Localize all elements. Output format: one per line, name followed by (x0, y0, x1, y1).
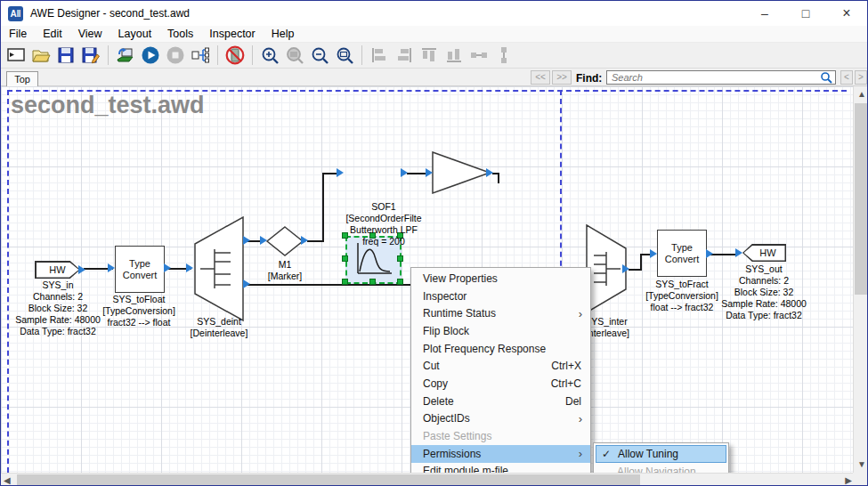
vertical-scrollbar[interactable]: ▲ ▼ (853, 86, 867, 473)
output-pin[interactable] (243, 236, 250, 245)
disconnect-server-icon[interactable] (223, 44, 247, 67)
input-pin[interactable] (426, 168, 433, 177)
submenu-item-allow-tuning[interactable]: ✓Allow Tuning (596, 445, 726, 463)
distribute-horizontal-icon[interactable] (466, 44, 491, 67)
menu-item-flip-block[interactable]: Flip Block (411, 322, 590, 340)
menu-item-paste-settings: Paste Settings (411, 427, 590, 445)
toolbar (1, 43, 867, 69)
selection-handle[interactable] (397, 255, 403, 262)
input-pin[interactable] (186, 263, 193, 272)
zoom-in-icon[interactable] (257, 44, 282, 67)
window-title: AWE Designer - second_test.awd (30, 7, 190, 20)
scroll-down-icon[interactable]: ▼ (857, 458, 866, 471)
menu-layout[interactable]: Layout (110, 26, 160, 42)
scroll-right-icon[interactable]: ▶ (845, 474, 852, 486)
wire (498, 173, 499, 183)
input-pin[interactable] (260, 236, 267, 245)
zoom-fit-icon[interactable] (282, 44, 307, 67)
zoom-out-icon[interactable] (307, 44, 332, 67)
menu-file[interactable]: File (1, 26, 35, 42)
menu-item-inspector[interactable]: Inspector (411, 288, 590, 305)
zoom-selection-icon[interactable] (332, 44, 357, 67)
context-menu: View Properties Inspector Runtime Status… (410, 267, 591, 473)
vertical-scroll-thumb[interactable] (855, 103, 867, 295)
find-next-button[interactable]: > (855, 70, 867, 85)
block-sys-out[interactable]: HW (742, 244, 786, 262)
find-prev-button[interactable]: < (840, 70, 853, 85)
propagate-changes-icon[interactable] (188, 44, 213, 67)
permissions-submenu: ✓Allow Tuning Allow Navigation (593, 442, 729, 473)
menu-help[interactable]: Help (264, 26, 303, 42)
input-pin[interactable] (735, 248, 742, 257)
menu-edit[interactable]: Edit (35, 26, 70, 42)
find-next-all-button[interactable]: >> (552, 70, 572, 85)
block-caption-m1: M1[Marker] (231, 259, 338, 282)
block-scaler[interactable] (431, 150, 491, 195)
block-sys-in[interactable]: HW (35, 261, 80, 279)
input-pin[interactable] (650, 249, 657, 258)
align-left-icon[interactable] (367, 44, 392, 67)
maximize-button[interactable]: □ (785, 1, 826, 26)
horizontal-scrollbar[interactable]: ◀ ▶ (1, 473, 855, 486)
save-icon[interactable] (53, 44, 78, 67)
open-file-icon[interactable] (28, 44, 53, 67)
menu-item-edit-module-m-file[interactable]: Edit module m-file (411, 463, 590, 473)
menu-view[interactable]: View (70, 26, 110, 42)
submenu-arrow-icon: › (579, 412, 582, 425)
selection-handle[interactable] (342, 255, 348, 262)
find-label: Find: (576, 72, 602, 85)
find-prev-all-button[interactable]: << (531, 70, 550, 85)
block-shape-label: HW (759, 247, 775, 258)
menu-tools[interactable]: Tools (159, 26, 201, 42)
app-logo-icon: A‖ (8, 6, 23, 21)
align-bottom-icon[interactable] (442, 44, 466, 67)
block-sys-inter[interactable] (585, 223, 628, 314)
align-top-icon[interactable] (417, 44, 442, 67)
output-pin[interactable] (706, 249, 713, 258)
stop-icon[interactable] (163, 44, 188, 67)
output-pin[interactable] (78, 265, 85, 274)
block-m1[interactable] (265, 225, 304, 257)
wire (640, 254, 642, 271)
menu-item-runtime-status[interactable]: Runtime Status› (411, 304, 590, 322)
save-as-icon[interactable] (78, 44, 103, 67)
block-caption-sys-deint: SYS_deint[Deinterleave] (166, 316, 272, 339)
output-pin[interactable] (486, 168, 493, 177)
menu-item-permissions[interactable]: Permissions› (411, 445, 590, 463)
output-pin[interactable] (401, 168, 408, 177)
scroll-left-icon[interactable]: ◀ (4, 474, 11, 486)
menu-item-copy[interactable]: CopyCtrl+C (411, 375, 590, 393)
menu-item-cut[interactable]: CutCtrl+X (411, 357, 590, 375)
scroll-up-icon[interactable]: ▲ (857, 88, 866, 101)
search-icon[interactable] (820, 71, 832, 84)
selection-handle[interactable] (397, 279, 403, 285)
menu-inspector[interactable]: Inspector (201, 26, 263, 42)
selection-handle[interactable] (369, 279, 376, 285)
submenu-arrow-icon: › (579, 447, 582, 460)
menu-item-objectids[interactable]: ObjectIDs› (411, 410, 590, 428)
horizontal-scroll-thumb[interactable] (17, 474, 640, 486)
run-icon[interactable] (138, 44, 163, 67)
input-pin[interactable] (337, 168, 344, 177)
close-button[interactable]: × (826, 1, 867, 26)
connect-target-icon[interactable] (113, 44, 138, 67)
output-pin[interactable] (301, 236, 308, 245)
selection-handle[interactable] (342, 279, 348, 285)
canvas-title: second_test.awd (11, 92, 205, 119)
align-right-icon[interactable] (392, 44, 417, 67)
design-canvas[interactable]: second_test.awd HW SYS_inChannels: 2Bloc… (1, 86, 855, 473)
new-file-icon[interactable] (4, 44, 28, 67)
block-sys-tofloat[interactable]: Type Convert (115, 246, 165, 293)
menu-item-plot-frequency-response[interactable]: Plot Frequency Response (411, 340, 590, 358)
input-pin[interactable] (108, 263, 115, 272)
title-bar: A‖ AWE Designer - second_test.awd – □ × (1, 1, 867, 26)
tab-top[interactable]: Top (6, 71, 38, 86)
distribute-vertical-icon[interactable] (491, 44, 516, 67)
block-sys-tofract[interactable]: Type Convert (657, 230, 707, 277)
output-pin[interactable] (622, 264, 629, 273)
menu-item-delete[interactable]: DeleteDel (411, 393, 590, 410)
search-input[interactable] (606, 70, 836, 85)
minimize-button[interactable]: – (744, 1, 785, 26)
menu-item-view-properties[interactable]: View Properties (411, 270, 590, 288)
output-pin[interactable] (164, 263, 171, 272)
